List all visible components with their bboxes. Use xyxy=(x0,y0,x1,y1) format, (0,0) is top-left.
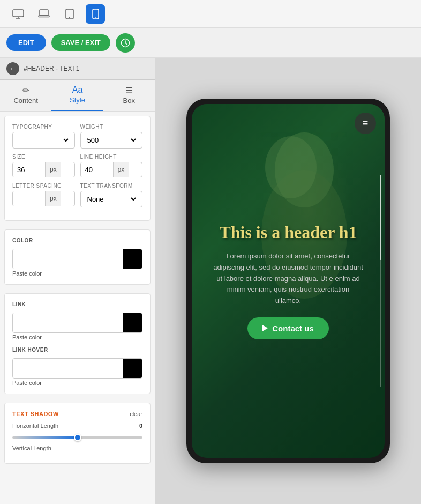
clear-shadow-link[interactable]: clear xyxy=(130,411,142,417)
save-exit-button[interactable]: SAVE / EXIT xyxy=(51,34,110,51)
tab-style[interactable]: Aa Style xyxy=(51,80,103,111)
color-section: COLOR Paste color xyxy=(4,229,151,285)
paste-color-link[interactable]: Paste color xyxy=(12,270,142,277)
tab-box-label: Box xyxy=(123,97,135,105)
svg-point-14 xyxy=(265,136,317,198)
text-transform-select[interactable]: None xyxy=(80,191,143,207)
letter-spacing-label: LETTER SPACING xyxy=(12,183,75,189)
action-bar: EDIT SAVE / EXIT xyxy=(0,28,421,58)
typography-select[interactable] xyxy=(12,132,75,149)
link-hover-label: LINK HOVER xyxy=(12,347,142,353)
hero-content: This is a header h1 Lorem ipsum dolor si… xyxy=(202,212,374,350)
svg-rect-3 xyxy=(40,10,48,16)
line-height-input[interactable] xyxy=(81,162,113,177)
play-icon xyxy=(262,325,268,331)
hero-title: This is a header h1 xyxy=(213,223,363,242)
link-hover-input[interactable] xyxy=(13,359,123,378)
back-button[interactable]: ← xyxy=(6,62,19,75)
size-input-group: px xyxy=(12,162,75,177)
svg-point-6 xyxy=(69,17,70,18)
letter-spacing-input[interactable] xyxy=(13,191,45,206)
letter-spacing-input-group: px xyxy=(12,191,75,206)
hero-description: Lorem ipsum dolor sit amet, consectetur … xyxy=(213,251,363,307)
tabs-bar: ✏ Content Aa Style ☰ Box xyxy=(0,80,155,112)
horizontal-value: 0 xyxy=(139,423,142,429)
weight-select[interactable]: 500 xyxy=(80,132,143,149)
typography-dropdown[interactable] xyxy=(17,136,70,145)
device-desktop[interactable] xyxy=(9,4,28,24)
color-input-area[interactable] xyxy=(13,249,123,269)
edit-button[interactable]: EDIT xyxy=(6,34,46,51)
tab-content-label: Content xyxy=(13,97,38,105)
link-color-input[interactable] xyxy=(13,313,123,332)
menu-icon: ≡ xyxy=(363,118,369,129)
breadcrumb: ← #HEADER - TEXT1 xyxy=(0,58,155,80)
line-height-unit: px xyxy=(113,162,129,177)
line-height-input-group: px xyxy=(80,162,143,177)
hero-background: ≡ This is a header h1 Lorem ipsum dolor … xyxy=(192,104,385,458)
tab-style-label: Style xyxy=(70,96,85,104)
scroll-indicator xyxy=(380,175,381,387)
style-icon: Aa xyxy=(72,85,83,95)
text-shadow-title: TEXT SHADOW xyxy=(12,411,59,417)
tab-box[interactable]: ☰ Box xyxy=(103,80,155,111)
tab-content[interactable]: ✏ Content xyxy=(0,80,51,111)
svg-rect-4 xyxy=(39,16,49,17)
cta-label: Contact us xyxy=(272,324,314,333)
content-icon: ✏ xyxy=(22,85,29,95)
menu-button[interactable]: ≡ xyxy=(355,113,376,134)
left-panel: ← #HEADER - TEXT1 ✏ Content Aa Style ☰ B… xyxy=(0,58,155,504)
clock-button[interactable] xyxy=(116,33,135,53)
vertical-length-row: Vertical Length xyxy=(12,445,142,451)
weight-label: WEIGHT xyxy=(80,124,143,130)
device-laptop[interactable] xyxy=(34,4,54,24)
device-mobile[interactable] xyxy=(86,4,105,24)
link-label: LINK xyxy=(12,301,142,307)
link-hover-paste[interactable]: Paste color xyxy=(12,380,142,386)
link-paste-color[interactable]: Paste color xyxy=(12,334,142,340)
color-black-swatch[interactable] xyxy=(123,249,142,269)
back-icon: ← xyxy=(10,65,16,72)
device-frame: ≡ This is a header h1 Lorem ipsum dolor … xyxy=(186,99,390,463)
right-preview: ≡ This is a header h1 Lorem ipsum dolor … xyxy=(155,58,421,504)
text-shadow-header: TEXT SHADOW clear xyxy=(12,411,142,417)
link-section: LINK Paste color LINK HOVER Paste color xyxy=(4,293,151,394)
typography-label: TYPOGRAPHY xyxy=(12,124,75,130)
horizontal-length-row: Horizontal Length 0 xyxy=(12,423,142,441)
svg-point-8 xyxy=(95,17,96,18)
breadcrumb-text: #HEADER - TEXT1 xyxy=(24,65,79,72)
vertical-label: Vertical Length xyxy=(12,445,51,451)
weight-dropdown[interactable]: 500 xyxy=(85,136,138,145)
scroll-thumb xyxy=(380,175,381,260)
link-color-swatch[interactable] xyxy=(12,313,142,333)
letter-spacing-unit: px xyxy=(45,191,61,206)
cta-button[interactable]: Contact us xyxy=(247,317,329,339)
line-height-label: LINE HEIGHT xyxy=(80,154,143,160)
link-color-black[interactable] xyxy=(123,313,142,332)
svg-rect-0 xyxy=(13,10,24,17)
text-transform-label: TEXT TRANSFORM xyxy=(80,183,143,189)
horizontal-label: Horizontal Length xyxy=(12,423,58,429)
size-label: SIZE xyxy=(12,154,75,160)
size-unit: px xyxy=(45,162,61,177)
text-shadow-section: TEXT SHADOW clear Horizontal Length 0 Ve… xyxy=(4,403,151,464)
device-screen: ≡ This is a header h1 Lorem ipsum dolor … xyxy=(192,104,385,458)
color-label: COLOR xyxy=(12,238,142,243)
main-content: ← #HEADER - TEXT1 ✏ Content Aa Style ☰ B… xyxy=(0,58,421,504)
device-tablet[interactable] xyxy=(60,4,79,24)
link-hover-swatch[interactable] xyxy=(12,358,142,379)
color-swatch[interactable] xyxy=(12,249,142,269)
device-bar xyxy=(0,0,421,28)
horizontal-slider[interactable] xyxy=(12,436,142,439)
link-hover-black[interactable] xyxy=(123,359,142,378)
size-input[interactable] xyxy=(13,162,45,177)
typography-section: TYPOGRAPHY WEIGHT 500 xyxy=(4,116,151,221)
text-transform-dropdown[interactable]: None xyxy=(85,195,138,204)
box-icon: ☰ xyxy=(125,85,133,95)
svg-line-11 xyxy=(125,43,127,44)
